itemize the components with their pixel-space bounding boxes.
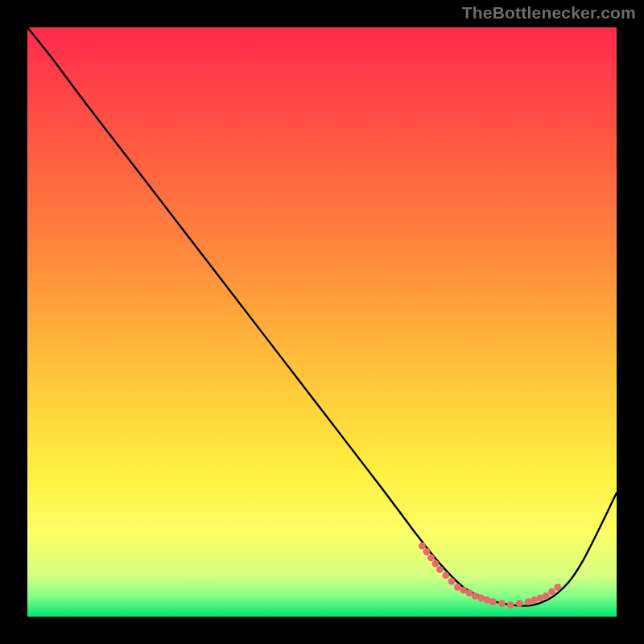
highlight-dot — [419, 543, 426, 550]
highlight-dot — [427, 554, 435, 561]
highlight-dot — [548, 588, 555, 595]
highlight-dot — [498, 600, 506, 607]
highlight-dot — [543, 592, 550, 600]
chart-frame: TheBottlenecker.com — [0, 0, 644, 644]
plot-area — [27, 27, 617, 617]
highlight-dot — [554, 584, 561, 591]
highlight-dot — [507, 601, 514, 609]
watermark-text: TheBottlenecker.com — [462, 3, 636, 23]
highlight-dot — [448, 578, 456, 585]
highlight-dot — [423, 548, 431, 555]
highlight-dot — [432, 560, 440, 568]
chart-svg — [27, 27, 617, 617]
highlight-dot — [436, 566, 444, 573]
highlight-dot — [442, 572, 449, 579]
gradient-background — [27, 27, 617, 617]
highlight-dot — [516, 600, 523, 607]
highlight-dot — [489, 598, 497, 605]
